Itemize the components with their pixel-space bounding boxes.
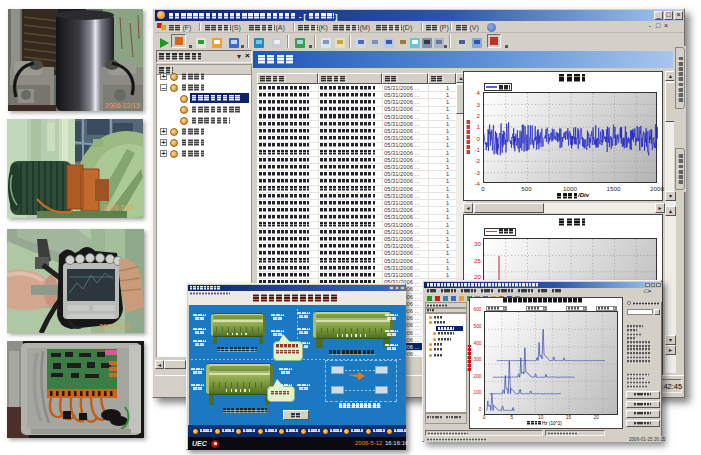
svg-text:2006 5/16: 2006 5/16 bbox=[103, 204, 134, 211]
svg-text:2006 7/15: 2006 7/15 bbox=[99, 323, 130, 330]
svg-text:2006 12/15: 2006 12/15 bbox=[105, 102, 140, 109]
